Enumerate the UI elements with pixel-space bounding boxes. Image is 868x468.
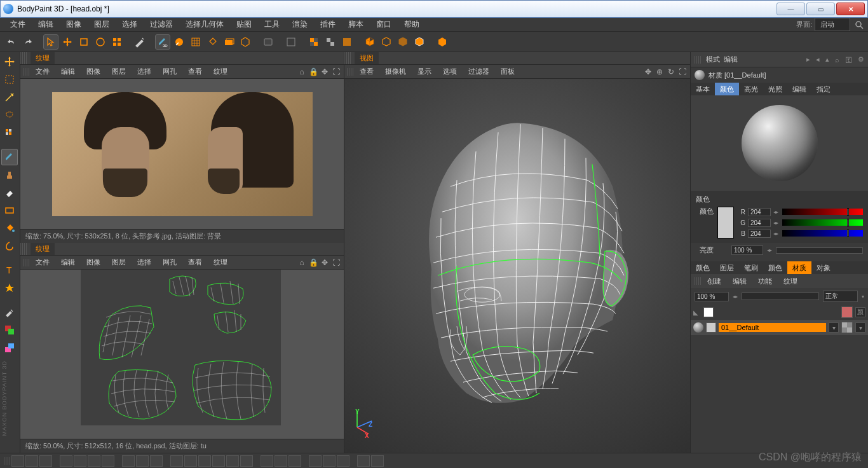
mode-label[interactable]: 模式 [706, 55, 720, 64]
bb-11[interactable] [170, 455, 183, 467]
t1-menu-mesh[interactable]: 网孔 [158, 65, 182, 78]
vp-menu-filter[interactable]: 过滤器 [463, 65, 494, 78]
tool-eraser[interactable] [1, 184, 18, 201]
vp-nav-icon[interactable]: ✥ [643, 67, 653, 77]
close-button[interactable]: ✕ [836, 3, 865, 15]
texture1-tab[interactable]: 纹理 [31, 52, 55, 64]
lt-color2[interactable]: 颜色 [763, 261, 787, 274]
layer-swatch[interactable] [703, 307, 714, 317]
undo-button[interactable] [4, 34, 19, 50]
viewport-canvas[interactable]: Y Z X [344, 79, 690, 453]
projection-tool[interactable] [172, 34, 187, 50]
bb-3[interactable] [39, 455, 52, 467]
menu-select[interactable]: 选择 [116, 17, 144, 32]
menu-render[interactable]: 渲染 [286, 17, 314, 32]
tool-eyedropper[interactable] [1, 304, 18, 320]
lm-texture[interactable]: 纹理 [778, 275, 803, 287]
move-tool[interactable] [60, 34, 75, 50]
menu-layer[interactable]: 图层 [88, 17, 116, 32]
t2-nav-icon[interactable]: ✥ [320, 258, 330, 268]
mat-tab-assign[interactable]: 指定 [811, 83, 836, 95]
t1-lock-icon[interactable]: 🔒 [308, 67, 318, 77]
vp-menu-options[interactable]: 选项 [438, 65, 462, 78]
t1-fit-icon[interactable]: ⛶ [331, 67, 341, 77]
texture2-tab[interactable]: 纹理 [31, 243, 55, 255]
tool-brush[interactable] [1, 149, 18, 165]
t2-menu-mesh[interactable]: 网孔 [158, 256, 182, 268]
b-value[interactable]: 204 [748, 230, 771, 238]
blend-mode-select[interactable]: 正常 [823, 291, 858, 302]
bb-22[interactable] [337, 455, 349, 467]
layer-row[interactable]: 01__Default ▾ ▾ [691, 320, 868, 335]
search-icon[interactable] [854, 20, 864, 30]
vp-rotate-icon[interactable]: ↻ [666, 67, 676, 77]
menu-image[interactable]: 图像 [60, 17, 88, 32]
texture1-canvas[interactable] [20, 79, 344, 229]
lt-color[interactable]: 颜色 [691, 261, 715, 274]
lt-brush[interactable]: 笔刷 [739, 261, 763, 274]
viewport-tab[interactable]: 视图 [355, 52, 379, 64]
bb-17[interactable] [261, 455, 273, 467]
t2-menu-select[interactable]: 选择 [132, 256, 156, 268]
bb-12[interactable] [184, 455, 197, 467]
bb-13[interactable] [198, 455, 211, 467]
hex-tool[interactable] [238, 34, 253, 50]
checker-1[interactable] [306, 34, 322, 50]
g-slider[interactable] [782, 219, 863, 226]
layer-name[interactable]: 01__Default [719, 323, 826, 332]
tool-bucket[interactable] [1, 220, 18, 237]
layer-swatch[interactable] [706, 322, 716, 333]
t2-menu-image[interactable]: 图像 [81, 256, 105, 268]
menu-edit[interactable]: 编辑 [32, 17, 60, 32]
tool-gradient[interactable] [1, 238, 18, 254]
lm-func[interactable]: 功能 [753, 275, 777, 287]
bb-8[interactable] [122, 455, 135, 467]
t2-menu-view[interactable]: 查看 [183, 256, 207, 268]
mode-gear-icon[interactable]: ⚙ [858, 55, 864, 64]
tool-rect[interactable] [1, 202, 18, 219]
cube-2[interactable] [379, 34, 394, 50]
fill-tool[interactable] [205, 34, 220, 50]
bb-10[interactable] [150, 455, 163, 467]
t1-menu-image[interactable]: 图像 [81, 65, 105, 78]
opacity-value[interactable]: 100 % [695, 292, 729, 301]
wand-tool[interactable] [132, 34, 147, 50]
t1-menu-view[interactable]: 查看 [183, 65, 207, 78]
t1-menu-layer[interactable]: 图层 [107, 65, 131, 78]
menu-file[interactable]: 文件 [4, 17, 32, 32]
material-preview[interactable] [691, 95, 868, 191]
opacity-slider[interactable] [742, 292, 819, 300]
vp-menu-camera[interactable]: 摄像机 [380, 65, 411, 78]
lt-material[interactable]: 材质 [787, 261, 811, 274]
lm-create[interactable]: 创建 [702, 275, 726, 287]
lm-edit[interactable]: 编辑 [728, 275, 752, 287]
brush-3d-tool[interactable]: 3D [155, 34, 170, 50]
tool-wand[interactable] [1, 89, 18, 106]
brightness-spinner[interactable]: ◂▸ [767, 247, 772, 253]
blend-dropdown-icon[interactable]: ▾ [862, 294, 864, 299]
bb-14[interactable] [212, 455, 225, 467]
bb-9[interactable] [136, 455, 149, 467]
tool-text[interactable]: T [1, 262, 18, 279]
interface-select[interactable]: 启动 [815, 18, 850, 31]
t2-home-icon[interactable]: ⌂ [297, 258, 307, 268]
cube-1[interactable] [362, 34, 377, 50]
bb-21[interactable] [323, 455, 336, 467]
tool-grid[interactable] [1, 125, 18, 141]
bb-24[interactable] [371, 455, 384, 467]
t1-menu-edit[interactable]: 编辑 [56, 65, 80, 78]
bb-2[interactable] [25, 455, 38, 467]
t2-menu-texture[interactable]: 纹理 [208, 256, 233, 268]
vp-menu-view[interactable]: 查看 [355, 65, 379, 78]
checker-3[interactable] [339, 34, 355, 50]
layer-opts-icon[interactable]: ▾ [855, 322, 865, 333]
menu-window[interactable]: 窗口 [370, 17, 398, 32]
layer-expand-icon[interactable]: ▾ [829, 322, 839, 333]
bb-1[interactable] [11, 455, 24, 467]
tool-star[interactable] [1, 280, 18, 296]
color-swatch[interactable] [717, 207, 734, 238]
mode-prev-icon[interactable]: ▸ [806, 55, 810, 64]
lt-object[interactable]: 对象 [811, 261, 836, 274]
b-spinner[interactable]: ◂▸ [773, 231, 780, 237]
tool-move[interactable] [1, 53, 18, 70]
